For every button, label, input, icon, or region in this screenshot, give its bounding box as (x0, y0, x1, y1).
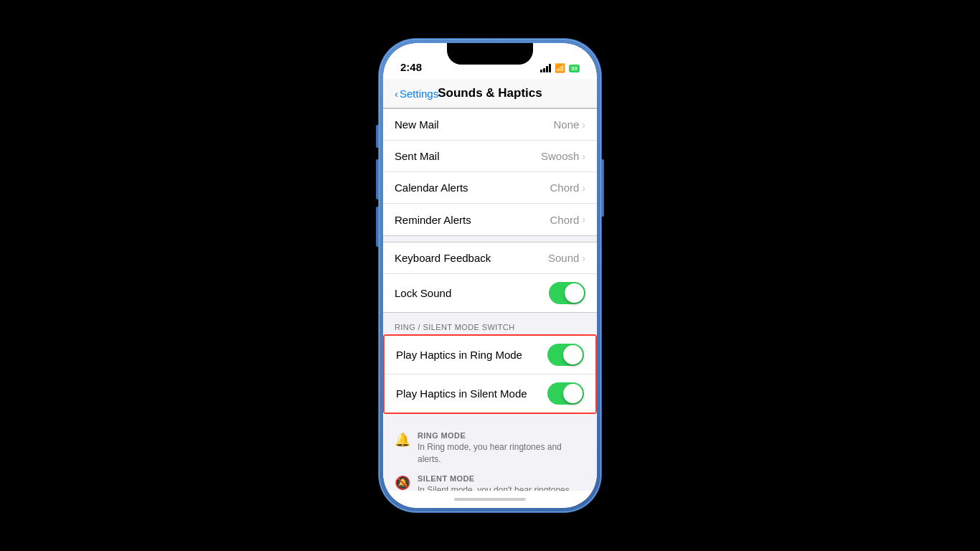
sent-mail-label: Sent Mail (395, 150, 440, 162)
new-mail-value: None (553, 118, 579, 131)
nav-bar: ‹ Settings Sounds & Haptics (383, 79, 597, 108)
notch (447, 43, 533, 65)
new-mail-label: New Mail (395, 118, 439, 131)
mode-info-section: 🔔 RING MODE In Ring mode, you hear ringt… (383, 420, 597, 491)
reminder-alerts-row[interactable]: Reminder Alerts Chord › (383, 204, 597, 235)
status-bar: 2:48 📶 30 (383, 43, 597, 79)
keyboard-feedback-label: Keyboard Feedback (395, 252, 491, 264)
status-time: 2:48 (400, 61, 422, 73)
chevron-right-icon: › (582, 119, 585, 131)
play-haptics-silent-label: Play Haptics in Silent Mode (396, 387, 527, 400)
calendar-alerts-label: Calendar Alerts (395, 182, 468, 194)
sent-mail-row[interactable]: Sent Mail Swoosh › (383, 141, 597, 172)
mute-button[interactable] (376, 125, 379, 148)
calendar-alerts-value-group: Chord › (550, 182, 585, 194)
play-haptics-ring-toggle[interactable] (547, 344, 584, 366)
lock-sound-label: Lock Sound (395, 287, 451, 299)
phone-inner: 2:48 📶 30 ‹ Settings (383, 43, 597, 508)
chevron-left-icon: ‹ (395, 88, 398, 100)
home-indicator (383, 491, 597, 508)
bell-slash-icon: 🔕 (395, 475, 410, 491)
settings-content: New Mail None › Sent Mail Swoosh › (383, 108, 597, 491)
calendar-alerts-value: Chord (550, 182, 579, 194)
play-haptics-ring-label: Play Haptics in Ring Mode (396, 349, 522, 361)
signal-icon (540, 64, 551, 72)
volume-up-button[interactable] (376, 159, 379, 199)
calendar-alerts-row[interactable]: Calendar Alerts Chord › (383, 172, 597, 204)
play-haptics-ring-row: Play Haptics in Ring Mode (385, 336, 595, 375)
reminder-alerts-value: Chord (550, 214, 579, 226)
silent-mode-desc: In Silent mode, you don't hear ringtones… (418, 484, 585, 491)
power-button[interactable] (601, 159, 604, 217)
lock-sound-toggle[interactable] (549, 282, 585, 304)
keyboard-feedback-value: Sound (548, 252, 579, 264)
back-button[interactable]: ‹ Settings (395, 88, 438, 100)
play-haptics-silent-row: Play Haptics in Silent Mode (385, 375, 595, 413)
silent-mode-info-row: 🔕 SILENT MODE In Silent mode, you don't … (395, 470, 585, 491)
home-bar (454, 498, 526, 501)
keyboard-feedback-value-group: Sound › (548, 252, 585, 264)
chevron-right-icon: › (582, 151, 585, 162)
status-icons: 📶 30 (540, 63, 580, 73)
silent-mode-label: SILENT MODE (418, 474, 585, 483)
ring-mode-label: RING MODE (418, 431, 585, 440)
bell-icon: 🔔 (395, 432, 410, 448)
ring-mode-info-row: 🔔 RING MODE In Ring mode, you hear ringt… (395, 427, 585, 470)
page-title: Sounds & Haptics (438, 86, 542, 100)
silent-mode-text: SILENT MODE In Silent mode, you don't he… (418, 474, 585, 491)
back-label: Settings (400, 88, 438, 100)
battery-badge: 30 (569, 65, 580, 72)
keyboard-feedback-row[interactable]: Keyboard Feedback Sound › (383, 242, 597, 274)
ring-silent-header: RING / SILENT MODE SWITCH (383, 319, 597, 334)
sent-mail-value: Swoosh (541, 150, 579, 162)
sent-mail-value-group: Swoosh › (541, 150, 585, 162)
ring-mode-text: RING MODE In Ring mode, you hear rington… (418, 431, 585, 466)
wifi-icon: 📶 (555, 63, 565, 73)
lock-sound-row: Lock Sound (383, 274, 597, 312)
play-haptics-silent-toggle[interactable] (547, 382, 584, 405)
chevron-right-icon: › (582, 182, 585, 194)
chevron-right-icon: › (582, 214, 585, 225)
phone-frame: 2:48 📶 30 ‹ Settings (379, 39, 601, 512)
reminder-alerts-label: Reminder Alerts (395, 214, 471, 226)
haptics-highlighted-section: Play Haptics in Ring Mode Play Haptics i… (383, 334, 597, 414)
new-mail-value-group: None › (553, 118, 585, 131)
ring-mode-desc: In Ring mode, you hear ringtones and ale… (418, 441, 585, 466)
alerts-section: New Mail None › Sent Mail Swoosh › (383, 108, 597, 236)
chevron-right-icon: › (582, 253, 585, 264)
reminder-alerts-value-group: Chord › (550, 214, 585, 226)
keyboard-section: Keyboard Feedback Sound › Lock Sound (383, 242, 597, 313)
new-mail-row[interactable]: New Mail None › (383, 109, 597, 141)
screen: 2:48 📶 30 ‹ Settings (383, 43, 597, 508)
volume-down-button[interactable] (376, 207, 379, 247)
